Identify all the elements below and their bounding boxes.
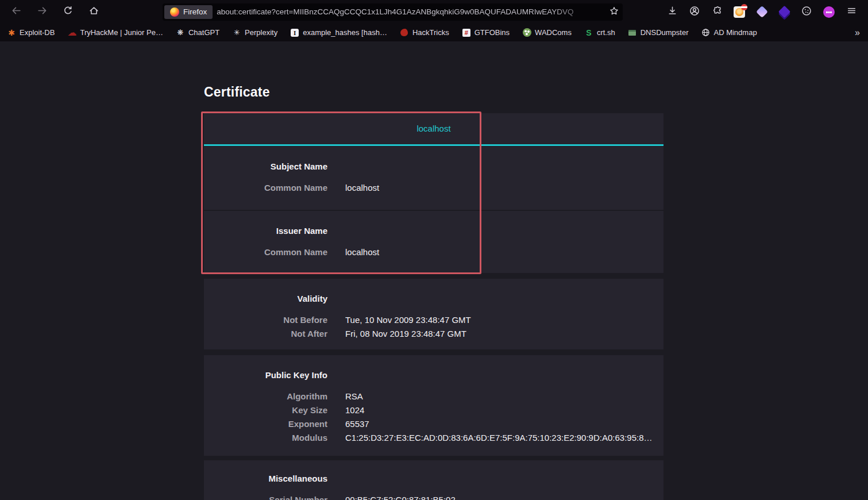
bookmark-label: DNSDumpster bbox=[641, 28, 689, 37]
bookmark-label: GTFOBins bbox=[474, 28, 510, 37]
bookmark-chatgpt[interactable]: ❋ ChatGPT bbox=[176, 28, 219, 37]
bookmark-crtsh[interactable]: S crt.sh bbox=[584, 28, 615, 37]
globe-icon bbox=[701, 28, 710, 37]
page-title: Certificate bbox=[204, 84, 270, 100]
section-heading: Public Key Info bbox=[204, 369, 327, 381]
bookmark-label: AD Mindmap bbox=[713, 28, 757, 37]
home-icon bbox=[89, 6, 99, 18]
bookmark-star-button[interactable] bbox=[605, 4, 623, 20]
bookmark-label: crt.sh bbox=[597, 28, 615, 37]
field-label: Common Name bbox=[204, 181, 327, 195]
bookmark-dnsdumpster[interactable]: DNSDumpster bbox=[628, 28, 689, 37]
bookmark-tryhackme[interactable]: ☁ TryHackMe | Junior Pe… bbox=[67, 28, 163, 37]
bookmark-label: WADComs bbox=[535, 28, 572, 37]
downloads-button[interactable] bbox=[663, 4, 681, 20]
field-label: Modulus bbox=[204, 431, 327, 445]
section-heading: Issuer Name bbox=[204, 225, 327, 237]
bookmark-label: Perplexity bbox=[245, 28, 277, 37]
subject-name-section: Subject Name Common Name localhost bbox=[204, 147, 663, 210]
account-button[interactable] bbox=[686, 4, 703, 20]
certificate-page: Certificate localhost Subject Name Commo… bbox=[0, 41, 868, 500]
field-label: Not Before bbox=[204, 313, 327, 327]
back-button[interactable] bbox=[7, 4, 25, 20]
dnsdumpster-favicon bbox=[628, 30, 636, 36]
toolbar-right-group bbox=[663, 4, 868, 20]
navigation-toolbar: Firefox about:certificate?cert=MIIBnzCCA… bbox=[0, 0, 868, 24]
section-heading: Validity bbox=[204, 293, 327, 305]
bookmark-perplexity[interactable]: ✳ Perplexity bbox=[232, 28, 277, 37]
hacktricks-favicon bbox=[400, 29, 408, 36]
forward-button[interactable] bbox=[33, 4, 51, 20]
bookmark-label: Exploit-DB bbox=[20, 28, 55, 37]
perplexity-favicon: ✳ bbox=[232, 28, 241, 37]
dark-diamond-icon bbox=[778, 6, 790, 18]
field-value: 00:B5:C7:52:C0:87:81:B5:02 bbox=[345, 493, 663, 500]
nav-button-group bbox=[0, 4, 102, 20]
field-value: localhost bbox=[345, 181, 663, 195]
crtsh-favicon: S bbox=[584, 28, 593, 37]
bookmark-label: HackTricks bbox=[412, 28, 449, 37]
light-diamond-icon bbox=[755, 6, 767, 18]
field-value: Tue, 10 Nov 2009 23:48:47 GMT bbox=[345, 313, 663, 327]
field-value: C1:25:D3:27:E3:EC:AD:0D:83:6A:6D:E7:5F:9… bbox=[345, 431, 663, 445]
field-label: Exponent bbox=[204, 417, 327, 431]
reload-button[interactable] bbox=[59, 4, 76, 20]
back-icon bbox=[11, 6, 21, 18]
bookmark-gtfobins[interactable]: # GTFOBins bbox=[462, 28, 510, 37]
puzzle-piece-icon bbox=[712, 6, 722, 18]
field-value: Fri, 08 Nov 2019 23:48:47 GMT bbox=[345, 327, 663, 341]
bookmarks-toolbar: ✱ Exploit-DB ☁ TryHackMe | Junior Pe… ❋ … bbox=[0, 24, 868, 41]
download-icon bbox=[668, 6, 677, 18]
certificate-panel: localhost Subject Name Common Name local… bbox=[204, 113, 663, 500]
exploit-db-favicon: ✱ bbox=[7, 28, 16, 37]
issuer-name-section: Issuer Name Common Name localhost bbox=[204, 211, 663, 273]
public-key-info-section: Public Key Info Algorithm RSA Key Size 1… bbox=[204, 355, 663, 456]
validity-section: Validity Not Before Tue, 10 Nov 2009 23:… bbox=[204, 279, 663, 349]
extension-light-diamond-button[interactable] bbox=[753, 4, 770, 20]
identity-chip-label: Firefox bbox=[183, 7, 207, 16]
url-text[interactable]: about:certificate?cert=MIIBnzCCAQgCCQC1x… bbox=[217, 7, 605, 16]
tryhackme-cloud-favicon: ☁ bbox=[67, 28, 76, 37]
adblocker-extension-button[interactable] bbox=[731, 4, 748, 20]
bookmark-label: TryHackMe | Junior Pe… bbox=[80, 28, 163, 37]
field-label: Algorithm bbox=[204, 390, 327, 403]
bookmark-hacktricks[interactable]: HackTricks bbox=[400, 28, 449, 37]
miscellaneous-section: Miscellaneous Serial Number 00:B5:C7:52:… bbox=[204, 460, 663, 500]
field-value: RSA bbox=[345, 390, 663, 403]
reload-icon bbox=[63, 6, 73, 18]
tab-localhost[interactable]: localhost bbox=[416, 113, 450, 144]
home-button[interactable] bbox=[85, 4, 102, 20]
extensions-button[interactable] bbox=[708, 4, 726, 20]
firefox-logo-icon bbox=[170, 7, 179, 17]
account-icon bbox=[689, 6, 700, 18]
field-label: Serial Number bbox=[204, 493, 327, 500]
proxy-extension-button[interactable] bbox=[820, 4, 838, 20]
field-value: 65537 bbox=[345, 417, 663, 431]
hashcat-favicon: I bbox=[291, 29, 299, 37]
bookmark-label: ChatGPT bbox=[188, 28, 219, 37]
field-label: Not After bbox=[204, 327, 327, 341]
cookie-extension-button[interactable] bbox=[798, 4, 815, 20]
gtfobins-favicon: # bbox=[462, 29, 470, 37]
bookmark-example-hashes[interactable]: I example_hashes [hash… bbox=[290, 28, 387, 37]
hamburger-menu-icon bbox=[847, 6, 857, 18]
field-label: Common Name bbox=[204, 245, 327, 259]
section-heading: Miscellaneous bbox=[204, 472, 327, 484]
bookmark-exploit-db[interactable]: ✱ Exploit-DB bbox=[7, 28, 55, 37]
field-label: Key Size bbox=[204, 403, 327, 417]
tiger-blocker-icon bbox=[734, 6, 745, 18]
bookmarks-overflow-chevron-icon[interactable]: » bbox=[855, 28, 860, 38]
star-icon bbox=[609, 6, 619, 18]
bookmark-wadcoms[interactable]: WADComs bbox=[522, 28, 572, 37]
forward-icon bbox=[37, 6, 47, 18]
chatgpt-favicon: ❋ bbox=[176, 28, 185, 37]
identity-chip[interactable]: Firefox bbox=[164, 5, 213, 19]
section-heading: Subject Name bbox=[204, 160, 327, 172]
bookmark-ad-mindmap[interactable]: AD Mindmap bbox=[701, 28, 757, 37]
bookmark-label: example_hashes [hash… bbox=[303, 28, 387, 37]
field-value: 1024 bbox=[345, 403, 663, 417]
url-bar[interactable]: Firefox about:certificate?cert=MIIBnzCCA… bbox=[163, 3, 623, 21]
menu-button[interactable] bbox=[843, 4, 860, 20]
proxy-icon bbox=[823, 6, 835, 18]
extension-dark-diamond-button[interactable] bbox=[776, 4, 793, 20]
